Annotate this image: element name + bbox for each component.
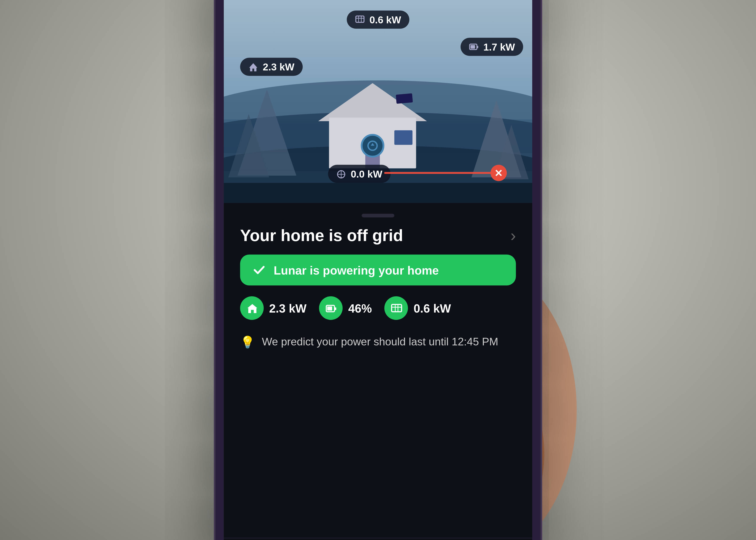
energy-label-grid: 0.0 kW [328,165,391,183]
ground [224,183,532,203]
home-stat-icon [246,302,258,314]
bulb-icon: 💡 [240,335,255,349]
panel-header: Your home is off grid › [240,226,516,245]
bottom-panel: Your home is off grid › Lunar is powerin… [224,203,532,538]
page-background: 09:41 🌙 [0,0,756,540]
energy-home-value: 2.3 kW [263,61,295,72]
panel-header-chevron: › [510,226,516,245]
stat-solar: 0.6 kW [384,296,451,320]
check-icon [252,263,266,277]
panel-title: Your home is off grid [240,226,403,245]
grid-disconnect-line [384,172,503,174]
grid-x-mark [491,165,507,181]
energy-label-home: 2.3 kW [240,58,303,76]
solar-panel [396,93,413,104]
bottom-nav: Home System [224,538,532,540]
battery-stat-icon [325,302,337,314]
energy-label-solar: 0.6 kW [347,11,409,29]
energy-visualization: 2.3 kW 0.6 kW [224,0,532,203]
prediction-text: We predict your power should last until … [262,335,498,350]
house-window [394,130,413,145]
svg-rect-18 [356,16,364,22]
lunar-status-text: Lunar is powering your home [274,263,439,277]
svg-rect-33 [327,306,332,310]
stats-row: 2.3 kW 46% [240,296,516,320]
house [318,87,427,169]
lunar-status-banner: Lunar is powering your home [240,255,516,286]
phone-screen: 09:41 🌙 [224,0,532,540]
drag-handle [362,214,394,217]
energy-solar-value: 0.6 kW [369,14,401,25]
svg-rect-23 [477,46,478,48]
svg-rect-32 [334,307,336,310]
energy-battery-value: 1.7 kW [483,42,515,52]
stat-battery: 46% [319,296,372,320]
svg-marker-17 [249,63,257,71]
stat-battery-value: 46% [348,301,372,315]
energy-grid-value: 0.0 kW [351,169,382,179]
phone-frame: 09:41 🌙 [215,0,541,540]
prediction-row: 💡 We predict your power should last unti… [240,329,516,355]
svg-rect-34 [391,304,401,312]
stat-home-value: 2.3 kW [269,301,307,315]
svg-marker-30 [247,304,257,313]
energy-label-battery: 1.7 kW [461,38,523,56]
energy-flow-circle [361,134,384,158]
stat-home: 2.3 kW [240,296,307,320]
stat-solar-value: 0.6 kW [414,301,451,315]
svg-rect-24 [471,45,475,48]
solar-stat-icon [391,302,402,314]
